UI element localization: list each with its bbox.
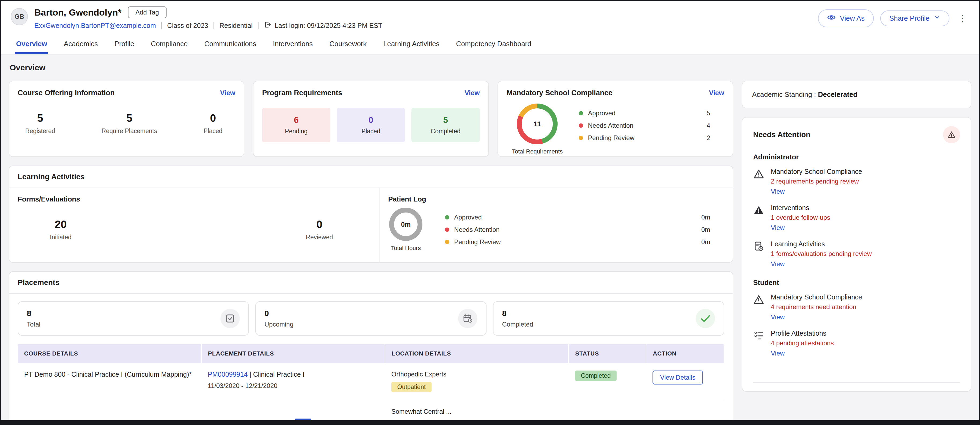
tab-bar: Overview Academics Profile Compliance Co… xyxy=(1,34,979,54)
tab-compliance[interactable]: Compliance xyxy=(150,34,189,54)
page-title: Overview xyxy=(10,63,971,72)
share-profile-button[interactable]: Share Profile xyxy=(880,11,950,26)
mandatory-compliance-title: Mandatory School Compliance xyxy=(507,89,612,97)
kebab-menu-icon[interactable]: ⋮ xyxy=(956,13,969,24)
mandatory-compliance-card: Mandatory School Compliance View 11 Tota… xyxy=(498,81,733,157)
checklist-icon xyxy=(753,330,765,358)
table-row: Somewhat Central ... xyxy=(18,400,724,423)
course-offering-card: Course Offering Information View 5 Regis… xyxy=(9,81,244,157)
program-requirements-title: Program Requirements xyxy=(262,89,342,97)
initiated-stat: 20 Initiated xyxy=(50,218,72,241)
placements-table: COURSE DETAILS PLACEMENT DETAILS LOCATIO… xyxy=(18,344,724,423)
placement-dates: 11/03/2020 - 12/21/2020 xyxy=(208,382,379,390)
col-course-details: COURSE DETAILS xyxy=(18,344,201,363)
alert-triangle-icon xyxy=(943,126,960,143)
legend-needs-attention: Needs Attention 4 xyxy=(579,122,710,129)
setting-badge: Outpatient xyxy=(391,382,431,392)
check-icon xyxy=(696,309,715,328)
tab-communications[interactable]: Communications xyxy=(203,34,258,54)
eye-icon xyxy=(827,13,836,24)
status-badge: Completed xyxy=(575,371,617,381)
add-tag-button[interactable]: Add Tag xyxy=(128,6,167,18)
na-item-profile-attestations: Profile Attestations 4 pending attestati… xyxy=(753,329,960,358)
warning-triangle-icon xyxy=(753,294,765,322)
completed-box: 5 Completed xyxy=(411,108,480,142)
academic-standing-value: Decelerated xyxy=(818,91,858,99)
placements-title: Placements xyxy=(9,272,733,294)
view-link[interactable]: View xyxy=(771,314,785,321)
tab-interventions[interactable]: Interventions xyxy=(272,34,314,54)
bottom-border-bar xyxy=(1,420,979,424)
patient-log-legend: Approved 0m Needs Attention 0m xyxy=(445,209,710,251)
approved-dot-icon xyxy=(445,215,449,220)
academic-standing-card: Academic Standing : Decelerated xyxy=(742,81,971,108)
placement-box-check-icon xyxy=(220,309,240,328)
program-requirements-view-link[interactable]: View xyxy=(465,89,480,97)
tab-profile[interactable]: Profile xyxy=(113,34,135,54)
location-cell: Somewhat Central ... xyxy=(385,400,569,423)
last-login-icon xyxy=(264,21,271,30)
tab-competency-dashboard[interactable]: Competency Dashboard xyxy=(455,34,532,54)
avatar: GB xyxy=(11,8,28,25)
view-as-button[interactable]: View As xyxy=(818,10,874,27)
student-email-link[interactable]: ExxGwendolyn.BartonPT@example.com xyxy=(34,22,156,30)
program-requirements-card: Program Requirements View 6 Pending 0 Pl… xyxy=(253,81,488,157)
separator xyxy=(213,22,214,29)
needs-attention-dot-icon xyxy=(579,123,583,128)
legend-pending-review: Pending Review 0m xyxy=(445,238,710,246)
registered-stat: 5 Registered xyxy=(25,112,55,135)
tab-overview[interactable]: Overview xyxy=(15,34,48,54)
pending-box: 6 Pending xyxy=(262,108,330,142)
placement-cell: PM00099914 | Clinical Practice I 11/03/2… xyxy=(201,363,385,400)
table-row: PT Demo 800 - Clinical Practice I (Curri… xyxy=(18,363,724,400)
col-location-details: LOCATION DETAILS xyxy=(385,344,569,363)
placement-id-link[interactable]: PM00099914 xyxy=(208,371,248,378)
action-cell xyxy=(646,400,724,423)
view-link[interactable]: View xyxy=(771,350,785,357)
compliance-donut-ring: 11 xyxy=(517,103,558,144)
class-of-label: Class of 2023 xyxy=(167,22,208,30)
course-offering-view-link[interactable]: View xyxy=(220,89,235,97)
needs-attention-dot-icon xyxy=(445,228,449,232)
needs-attention-title: Needs Attention xyxy=(753,131,810,139)
enrollment-type-label: Residential xyxy=(220,22,253,30)
course-cell: PT Demo 800 - Clinical Practice I (Curri… xyxy=(18,363,201,400)
student-name: Barton, Gwendolyn* xyxy=(34,7,121,18)
na-item-learning-activities: Learning Activities 1 forms/evaluations … xyxy=(753,240,960,268)
view-link[interactable]: View xyxy=(771,224,785,232)
reviewed-stat: 0 Reviewed xyxy=(306,218,333,241)
calendar-clock-icon xyxy=(458,309,477,328)
placed-stat: 0 Placed xyxy=(204,112,222,135)
forms-evaluations-title: Forms/Evaluations xyxy=(18,195,371,204)
patient-log-section: Patient Log 0m Total Hours Approved xyxy=(379,188,733,262)
placements-total-box: 8 Total xyxy=(18,301,249,336)
placement-cell xyxy=(201,400,385,423)
pending-review-dot-icon xyxy=(579,136,583,140)
warning-triangle-filled-icon xyxy=(753,204,765,232)
forms-evaluations-section: Forms/Evaluations 20 Initiated 0 Reviewe… xyxy=(9,188,379,262)
academic-standing-label: Academic Standing : xyxy=(752,91,816,99)
learning-activities-title: Learning Activities xyxy=(9,166,733,188)
pending-review-dot-icon xyxy=(445,240,449,244)
view-details-button[interactable]: View Details xyxy=(652,371,703,385)
clipboard-clock-icon xyxy=(753,241,765,268)
location-cell: Orthopedic Experts Outpatient xyxy=(385,363,569,400)
tab-academics[interactable]: Academics xyxy=(63,34,99,54)
chevron-down-icon xyxy=(934,14,940,22)
patient-log-title: Patient Log xyxy=(388,195,724,204)
legend-approved: Approved 0m xyxy=(445,213,710,221)
tab-learning-activities[interactable]: Learning Activities xyxy=(382,34,441,54)
mandatory-compliance-view-link[interactable]: View xyxy=(709,89,724,97)
course-offering-title: Course Offering Information xyxy=(18,89,115,97)
compliance-donut-total: 11 xyxy=(522,108,553,140)
placed-box: 0 Placed xyxy=(337,108,405,142)
compliance-legend: Approved 5 Needs Attention 4 xyxy=(579,105,710,146)
view-link[interactable]: View xyxy=(771,260,785,268)
legend-approved: Approved 5 xyxy=(579,110,710,117)
last-login-text: Last login: 09/12/2025 4:23 PM EST xyxy=(275,22,382,30)
status-cell: Completed xyxy=(569,363,646,400)
tab-coursework[interactable]: Coursework xyxy=(328,34,368,54)
view-link[interactable]: View xyxy=(771,188,785,195)
na-item-interventions: Interventions 1 overdue follow-ups View xyxy=(753,204,960,232)
content-area: Overview Course Offering Information Vie… xyxy=(1,54,979,424)
